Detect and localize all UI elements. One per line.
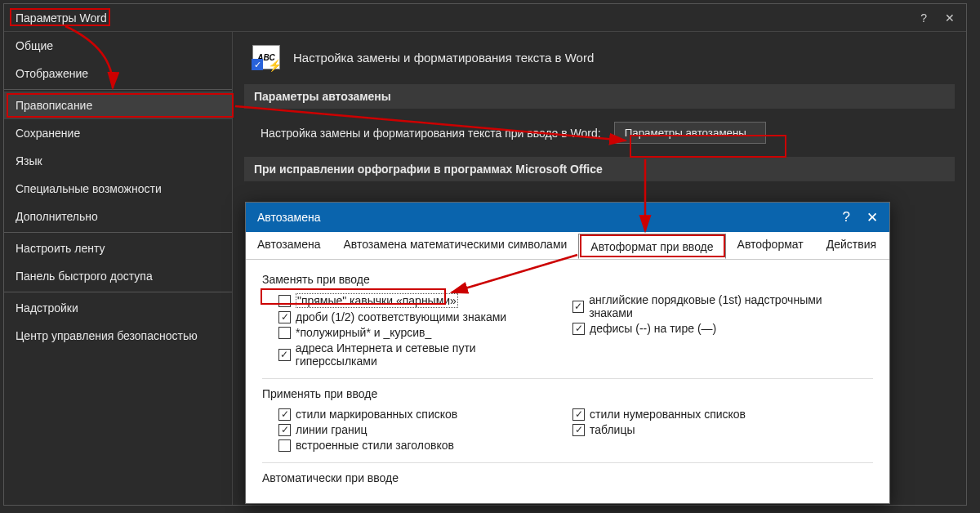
- checkbox-g1r-1[interactable]: дефисы (--) на тире (—): [572, 322, 850, 335]
- autocorrect-options-button[interactable]: Параметры автозамены...: [614, 122, 766, 144]
- close-icon[interactable]: ✕: [945, 11, 955, 25]
- checkbox-label: линии границ: [296, 423, 368, 436]
- tab-4[interactable]: Действия: [815, 232, 888, 259]
- checkbox-label: таблицы: [590, 423, 635, 436]
- sidebar-item-10[interactable]: Центр управления безопасностью: [4, 322, 232, 350]
- checkbox-g1r-0[interactable]: английские порядковые (1st) надстрочными…: [572, 293, 850, 319]
- checkbox-box[interactable]: [278, 327, 291, 339]
- checkbox-label: стили нумерованных списков: [590, 408, 746, 421]
- group1-label: Заменять при вводе: [262, 273, 873, 286]
- help-icon[interactable]: ?: [920, 11, 927, 25]
- checkbox-box[interactable]: [278, 424, 291, 436]
- checkbox-g2r-1[interactable]: таблицы: [572, 423, 850, 436]
- sidebar-item-8[interactable]: Панель быстрого доступа: [4, 262, 232, 290]
- checkbox-box[interactable]: [278, 295, 291, 307]
- sidebar-item-4[interactable]: Язык: [4, 147, 232, 175]
- tab-3[interactable]: Автоформат: [726, 232, 815, 259]
- checkbox-g1l-2[interactable]: *полужирный* и _курсив_: [278, 326, 556, 339]
- autocorrect-dialog: Автозамена ? ✕ АвтозаменаАвтозамена мате…: [245, 202, 890, 504]
- tab-2[interactable]: Автоформат при вводе: [578, 234, 725, 259]
- checkbox-box[interactable]: [572, 408, 585, 421]
- tab-0[interactable]: Автозамена: [246, 232, 332, 259]
- tab-1[interactable]: Автозамена математическими символами: [332, 232, 579, 259]
- sidebar-separator: [4, 292, 232, 292]
- options-sidebar: ОбщиеОтображениеПравописаниеСохранениеЯз…: [4, 32, 233, 505]
- checkbox-box[interactable]: [572, 323, 585, 335]
- section-autocorrect-params: Параметры автозамены: [244, 84, 955, 109]
- checkbox-g2l-2[interactable]: встроенные стили заголовков: [278, 439, 556, 452]
- sidebar-separator: [4, 89, 232, 90]
- window-title: Параметры Word: [16, 11, 107, 25]
- autoformat-panel: Заменять при вводе "прямые" кавычки «пар…: [246, 260, 889, 501]
- sub-tabs: АвтозаменаАвтозамена математическими сим…: [246, 232, 889, 260]
- sidebar-item-9[interactable]: Надстройки: [4, 294, 232, 322]
- sidebar-item-7[interactable]: Настроить ленту: [4, 234, 232, 262]
- checkbox-label: встроенные стили заголовков: [296, 439, 454, 452]
- sidebar-item-3[interactable]: Сохранение: [4, 119, 232, 147]
- content-heading: Настройка замены и форматирования текста…: [293, 51, 594, 65]
- titlebar: Параметры Word ? ✕: [4, 4, 966, 32]
- sidebar-item-0[interactable]: Общие: [4, 32, 232, 60]
- autocorrect-label: Настройка замены и форматирования текста…: [261, 127, 601, 140]
- checkbox-label: "прямые" кавычки «парными»: [296, 293, 458, 308]
- sub-titlebar: Автозамена ? ✕: [246, 203, 889, 232]
- checkbox-box[interactable]: [278, 408, 291, 421]
- checkbox-box[interactable]: [278, 311, 291, 323]
- group3-label: Автоматически при вводе: [262, 471, 873, 484]
- sidebar-item-6[interactable]: Дополнительно: [4, 203, 232, 230]
- checkbox-label: адреса Интернета и сетевые пути гиперссы…: [296, 341, 556, 368]
- spellcheck-icon: ABC ✓⚡: [252, 45, 280, 69]
- sidebar-item-1[interactable]: Отображение: [4, 60, 232, 87]
- checkbox-g2r-0[interactable]: стили нумерованных списков: [572, 408, 850, 421]
- checkbox-box[interactable]: [572, 301, 584, 313]
- checkbox-g1l-3[interactable]: адреса Интернета и сетевые пути гиперссы…: [278, 341, 556, 368]
- group2-label: Применять при вводе: [262, 387, 873, 400]
- checkbox-g1l-0[interactable]: "прямые" кавычки «парными»: [278, 293, 556, 308]
- checkbox-box[interactable]: [278, 349, 291, 361]
- checkbox-label: *полужирный* и _курсив_: [296, 326, 431, 339]
- checkbox-label: дефисы (--) на тире (—): [590, 322, 716, 335]
- sidebar-item-5[interactable]: Специальные возможности: [4, 175, 232, 203]
- sub-close-icon[interactable]: ✕: [866, 209, 878, 226]
- checkbox-g2l-1[interactable]: линии границ: [278, 423, 556, 436]
- checkbox-g2l-0[interactable]: стили маркированных списков: [278, 408, 556, 421]
- checkbox-box[interactable]: [278, 439, 291, 452]
- checkbox-label: дроби (1/2) соответствующими знаками: [296, 310, 506, 323]
- sub-title-text: Автозамена: [257, 211, 321, 224]
- sidebar-separator: [4, 232, 232, 233]
- section-spelling-office: При исправлении орфографии в программах …: [244, 157, 955, 181]
- checkbox-label: стили маркированных списков: [296, 408, 457, 421]
- sub-help-icon[interactable]: ?: [843, 209, 850, 226]
- sidebar-item-2[interactable]: Правописание: [4, 91, 232, 119]
- checkbox-box[interactable]: [572, 424, 585, 436]
- checkbox-label: английские порядковые (1st) надстрочными…: [589, 293, 850, 319]
- checkbox-g1l-1[interactable]: дроби (1/2) соответствующими знаками: [278, 310, 556, 323]
